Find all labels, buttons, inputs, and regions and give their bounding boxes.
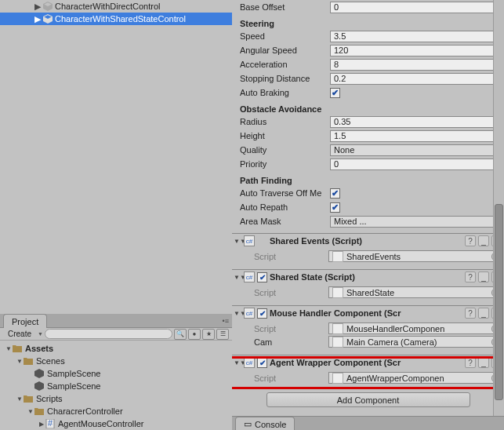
quality-label: Quality (240, 145, 330, 155)
mouse-handler-component: ▼ c# ✔ Mouse Handler Component (Scr ?⎯⚙ … (232, 305, 504, 350)
fold-icon[interactable] (5, 345, 13, 352)
cam-slot[interactable]: Main Camera (Camera)⊙ (328, 336, 502, 348)
path-finding-header: Path Finding (240, 176, 501, 185)
stopping-distance-label: Stopping Distance (240, 74, 330, 83)
tree-label: CharacrerController (47, 406, 123, 416)
script-icon: c# (244, 235, 255, 246)
obstacle-avoidance-header: Obstacle Avoidance (240, 104, 501, 114)
console-icon: ▭ (244, 419, 252, 429)
area-mask-label: Area Mask (240, 217, 330, 226)
auto-repath-label: Auto Repath (240, 202, 330, 212)
create-button[interactable]: Create (3, 329, 36, 340)
acceleration-field[interactable]: 8 (330, 59, 501, 71)
tree-label: AgentMouseController (58, 419, 143, 428)
hierarchy-item-label: CharacterWithSharedStateControl (55, 14, 186, 24)
fold-icon[interactable] (16, 358, 24, 365)
fold-icon[interactable]: ▼ (234, 310, 241, 317)
expand-arrow-icon[interactable]: ▶ (34, 2, 42, 12)
folder-icon (24, 395, 34, 403)
area-mask-dropdown[interactable]: Mixed ...▲▼ (330, 216, 501, 228)
fold-icon[interactable]: ▼ (234, 274, 241, 281)
fold-icon[interactable] (16, 395, 24, 403)
gameobject-icon (42, 13, 53, 24)
stopping-distance-field[interactable]: 0.2 (330, 73, 501, 85)
panel-options-icon[interactable]: •≡ (223, 314, 229, 327)
angular-speed-field[interactable]: 120 (330, 45, 501, 56)
search-filter-icon[interactable]: 🔍 (174, 329, 187, 340)
auto-braking-checkbox[interactable]: ✔ (330, 88, 340, 98)
steering-header: Steering (240, 19, 501, 28)
scripts-folder[interactable]: Scripts (0, 392, 232, 405)
auto-traverse-label: Auto Traverse Off Me (240, 188, 330, 198)
speed-label: Speed (240, 31, 330, 41)
radius-label: Radius (240, 117, 330, 126)
script-icon: c# (244, 308, 255, 319)
inspector-scrollbar[interactable] (493, 0, 504, 416)
expand-arrow-icon[interactable]: ▶ (34, 14, 42, 24)
preset-icon[interactable]: ⎯ (478, 271, 489, 282)
preset-icon[interactable]: ⎯ (478, 308, 489, 319)
assets-folder[interactable]: Assets (0, 342, 232, 355)
folder-icon (24, 357, 34, 365)
cam-label: Cam (254, 337, 328, 347)
fold-icon[interactable] (38, 421, 45, 428)
scrollbar-thumb[interactable] (495, 204, 503, 400)
folder-icon (34, 407, 45, 415)
gameobject-icon (42, 1, 53, 12)
filter-favorite-icon[interactable]: ★ (202, 329, 215, 340)
scene-icon (34, 381, 45, 391)
radius-field[interactable]: 0.35 (330, 116, 501, 128)
scenes-folder[interactable]: Scenes (0, 355, 232, 367)
create-dropdown-icon[interactable]: ▼ (38, 331, 43, 337)
save-search-icon[interactable]: ☰ (216, 329, 229, 340)
project-search-input[interactable] (45, 329, 172, 339)
priority-field[interactable]: 0 (330, 159, 501, 170)
auto-traverse-checkbox[interactable]: ✔ (330, 188, 340, 199)
fold-icon[interactable]: ▼ (234, 238, 241, 245)
tree-label: Scenes (36, 356, 65, 366)
script-slot: SharedEvents⊙ (328, 250, 502, 262)
auto-repath-checkbox[interactable]: ✔ (330, 202, 340, 213)
enable-checkbox[interactable]: ✔ (257, 272, 267, 282)
help-icon[interactable]: ? (465, 308, 476, 319)
scene-icon (34, 369, 45, 378)
help-icon[interactable]: ? (465, 271, 476, 282)
filter-type-icon[interactable]: ● (188, 329, 201, 340)
project-tab[interactable]: Project (3, 314, 47, 328)
shared-state-component: ▼ c# ✔ Shared State (Script) ?⎯⚙ ScriptS… (232, 269, 504, 301)
script-icon: c# (244, 271, 255, 282)
script-slot: SharedState⊙ (328, 286, 502, 298)
scene-item[interactable]: SampleScene (0, 380, 232, 392)
height-field[interactable]: 1.5 (330, 130, 501, 142)
script-field-label: Script (254, 288, 328, 297)
component-title: Mouse Handler Component (Scr (270, 308, 462, 318)
component-title: Shared State (Script) (270, 272, 462, 282)
script-icon: # (45, 419, 56, 428)
base-offset-field[interactable]: 0 (330, 2, 501, 13)
script-item-agent-mouse[interactable]: # AgentMouseController (0, 417, 232, 430)
help-icon[interactable]: ? (465, 235, 476, 246)
script-field-label: Script (254, 252, 328, 261)
script-slot: AgentWrapperComponen⊙ (328, 372, 502, 384)
hierarchy-item-direct-control[interactable]: ▶ CharacterWithDirectControl (0, 0, 232, 13)
preset-icon[interactable]: ⎯ (478, 235, 489, 246)
fold-icon[interactable] (27, 408, 34, 415)
project-panel: Project •≡ Create ▼ 🔍 ● ★ ☰ Assets (0, 314, 232, 430)
priority-label: Priority (240, 159, 330, 169)
svg-text:#: # (48, 419, 53, 428)
height-label: Height (240, 131, 330, 140)
add-component-button[interactable]: Add Component (267, 392, 470, 407)
tree-label: Assets (25, 344, 53, 353)
character-controller-folder[interactable]: CharacrerController (0, 405, 232, 417)
console-tab[interactable]: ▭ Console (235, 417, 295, 430)
speed-field[interactable]: 3.5 (330, 31, 501, 42)
hierarchy-item-label: CharacterWithDirectControl (55, 2, 160, 11)
quality-dropdown[interactable]: None▲▼ (330, 144, 501, 156)
tree-label: Scripts (36, 394, 63, 403)
scene-item[interactable]: SampleScene (0, 367, 232, 380)
hierarchy-item-shared-state-control[interactable]: ▶ CharacterWithSharedStateControl (0, 13, 232, 25)
tree-label: SampleScene (47, 369, 101, 378)
inspector-panel: Base Offset0 Steering Speed3.5 Angular S… (232, 0, 504, 416)
shared-events-component: ▼ c# ✔ Shared Events (Script) ?⎯⚙ Script… (232, 233, 504, 264)
enable-checkbox[interactable]: ✔ (257, 308, 267, 319)
